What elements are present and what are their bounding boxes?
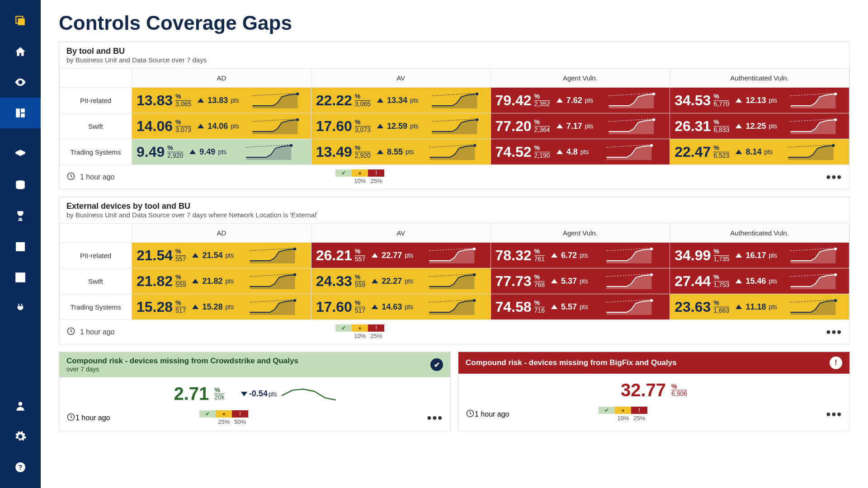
metric-cell[interactable]: 78.32 %761 6.72pts <box>491 243 670 268</box>
metric-cell[interactable]: 9.49 %2,920 9.49pts <box>132 139 311 165</box>
table-row: Trading Systems 9.49 %2,920 9.49pts 13.4… <box>60 139 849 165</box>
sparkline <box>593 247 665 263</box>
column-header: Authenticated Vuln. <box>670 224 849 243</box>
svg-point-33 <box>835 273 837 276</box>
panel-time: 1 hour ago <box>80 173 115 181</box>
more-icon[interactable]: ••• <box>427 411 443 425</box>
sidebar-dashboard[interactable] <box>0 98 41 128</box>
more-icon[interactable]: ••• <box>826 407 842 422</box>
column-header: Authenticated Vuln. <box>670 69 849 88</box>
main-content: Controls Coverage Gaps By tool and BU by… <box>41 0 868 488</box>
more-icon[interactable]: ••• <box>826 325 842 339</box>
sidebar-tag[interactable] <box>0 139 41 170</box>
legend: ✔●! 10%25% <box>599 407 647 422</box>
metric-cell[interactable]: 79.42 %2,352 7.62pts <box>491 88 670 113</box>
sidebar-eye[interactable] <box>0 67 41 98</box>
legend: ✔●! 10%25% <box>335 169 384 184</box>
metric-cell[interactable]: 27.44 %1,753 15.46pts <box>670 268 849 294</box>
metric-cell[interactable]: 22.47 %6,523 8.14pts <box>670 139 849 165</box>
table-row: PII-related 13.83 %3,065 13.83pts 22.22 … <box>60 88 849 113</box>
sidebar-check[interactable] <box>0 262 41 293</box>
panel-compound-crowdstrike-qualys: Compound risk - devices missing from Cro… <box>59 352 451 431</box>
metric-cell[interactable]: 74.52 %2,190 4.8pts <box>491 139 670 165</box>
matrix-table: ADAVAgent Vuln.Authenticated Vuln. PII-r… <box>59 68 849 165</box>
arrow-up-icon <box>189 150 196 154</box>
sparkline <box>238 273 307 289</box>
column-header: AD <box>132 69 311 88</box>
metric-cell[interactable]: 13.49 %2,920 8.55pts <box>311 139 491 165</box>
sidebar-database[interactable] <box>0 170 41 201</box>
sidebar: ? <box>0 0 41 488</box>
metric-cell[interactable]: 77.73 %768 5.37pts <box>491 268 670 294</box>
svg-point-29 <box>835 248 837 250</box>
sparkline <box>244 118 307 134</box>
panel-title: External devices by tool and BU <box>66 202 842 211</box>
metric-cell[interactable]: 23.63 %1,663 11.18pts <box>670 294 849 320</box>
svg-point-32 <box>650 273 653 276</box>
metric-cell[interactable]: 21.82 %559 21.82pts <box>132 268 311 294</box>
table-row: Swift 21.82 %559 21.82pts 24.33 %559 22.… <box>60 268 849 294</box>
table-row: PII-related 21.54 %557 21.54pts 26.21 %5… <box>60 243 849 268</box>
metric-cell[interactable]: 14.06 %3,073 14.06pts <box>132 113 311 139</box>
arrow-up-icon <box>736 305 742 309</box>
sidebar-help[interactable]: ? <box>0 452 41 483</box>
sidebar-settings[interactable] <box>0 421 41 452</box>
svg-rect-4 <box>21 113 25 117</box>
svg-point-21 <box>290 144 292 147</box>
svg-point-18 <box>476 118 478 121</box>
sparkline <box>593 299 665 315</box>
sparkline <box>231 144 307 160</box>
sparkline <box>419 144 486 160</box>
metric-cell[interactable]: 34.53 %6,770 12.13pts <box>670 88 849 113</box>
metric-cell[interactable]: 17.60 %517 14.63pts <box>311 294 491 320</box>
panel-external-devices: External devices by tool and BU by Busin… <box>59 197 850 344</box>
metric-cell[interactable]: 26.21 %557 22.77pts <box>311 243 491 268</box>
arrow-up-icon <box>377 98 383 103</box>
arrow-up-icon <box>372 253 378 258</box>
metric-cell[interactable]: 24.33 %559 22.27pts <box>311 268 491 294</box>
sidebar-user[interactable] <box>0 390 41 421</box>
sidebar-trophy[interactable] <box>0 201 41 231</box>
svg-point-27 <box>473 248 476 250</box>
arrow-up-icon <box>377 150 383 154</box>
svg-point-15 <box>653 93 656 95</box>
arrow-up-icon <box>557 150 563 154</box>
panel-by-tool-bu: By tool and BU by Business Unit and Data… <box>59 42 850 189</box>
arrow-up-icon <box>198 98 204 103</box>
sidebar-home[interactable] <box>0 36 41 67</box>
arrow-up-icon <box>736 124 742 128</box>
svg-point-10 <box>19 402 23 406</box>
row-header: Trading Systems <box>60 294 132 320</box>
svg-point-13 <box>296 93 299 95</box>
metric-cell[interactable]: 21.54 %557 21.54pts <box>132 243 311 268</box>
metric-value: 2.71 <box>174 384 209 404</box>
hp-title: Compound risk - devices missing from Cro… <box>66 357 298 366</box>
metric-cell[interactable]: 13.83 %3,065 13.83pts <box>132 88 311 113</box>
panel-title: By tool and BU <box>66 47 842 56</box>
sidebar-calc[interactable] <box>0 231 41 262</box>
panel-time: 1 hour ago <box>80 328 115 336</box>
arrow-up-icon <box>736 98 742 103</box>
metric-cell[interactable]: 77.20 %2,364 7.17pts <box>491 113 670 139</box>
arrow-up-icon <box>372 305 378 309</box>
sidebar-plug[interactable] <box>0 293 41 324</box>
sparkline <box>777 144 844 160</box>
metric-cell[interactable]: 26.31 %6,833 12.25pts <box>670 113 849 139</box>
metric-cell[interactable]: 17.60 %3,073 12.59pts <box>311 113 491 139</box>
svg-rect-3 <box>21 108 25 113</box>
svg-point-20 <box>835 118 837 121</box>
svg-point-23 <box>651 144 653 147</box>
svg-rect-1 <box>18 19 25 25</box>
more-icon[interactable]: ••• <box>826 170 842 184</box>
svg-point-22 <box>473 144 476 147</box>
svg-point-17 <box>296 118 299 121</box>
metric-cell[interactable]: 74.58 %716 5.57pts <box>491 294 670 320</box>
sparkline <box>782 247 844 263</box>
svg-point-31 <box>473 273 476 276</box>
metric-cell[interactable]: 15.28 %517 15.28pts <box>132 294 311 320</box>
sparkline <box>418 299 486 315</box>
metric-cell[interactable]: 34.99 %1,735 16.17pts <box>670 243 849 268</box>
svg-point-36 <box>650 299 653 302</box>
sidebar-logo[interactable] <box>0 5 41 36</box>
metric-cell[interactable]: 22.22 %3,065 13.34pts <box>311 88 491 113</box>
